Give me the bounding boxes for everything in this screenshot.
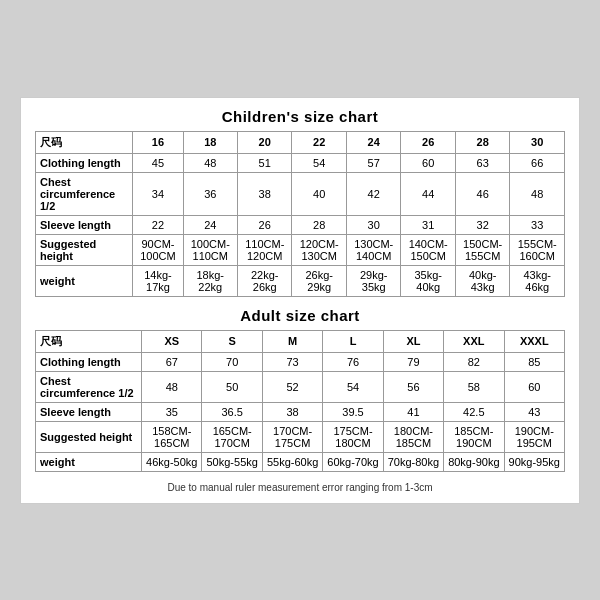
- adult-header-6: XXL: [444, 330, 504, 352]
- adult-cell-1-3: 54: [323, 371, 383, 402]
- children-cell-0-5: 60: [401, 153, 455, 172]
- adult-cell-0-6: 85: [504, 352, 564, 371]
- children-cell-2-2: 26: [238, 215, 292, 234]
- adult-title: Adult size chart: [35, 307, 565, 324]
- children-cell-4-7: 43kg-46kg: [510, 265, 565, 296]
- adult-cell-2-5: 42.5: [444, 402, 504, 421]
- adult-header-1: XS: [142, 330, 202, 352]
- children-row-0: Clothing length4548515457606366: [36, 153, 565, 172]
- children-cell-3-2: 110CM-120CM: [238, 234, 292, 265]
- children-header-8: 30: [510, 131, 565, 153]
- children-cell-3-5: 140CM-150CM: [401, 234, 455, 265]
- size-chart-card: Children's size chart 尺码1618202224262830…: [20, 97, 580, 504]
- adult-row-0: Clothing length67707376798285: [36, 352, 565, 371]
- children-row-1: Chest circumference 1/23436384042444648: [36, 172, 565, 215]
- adult-cell-2-1: 36.5: [202, 402, 262, 421]
- children-cell-0-4: 57: [346, 153, 400, 172]
- adult-cell-3-3: 175CM-180CM: [323, 421, 383, 452]
- children-cell-3-7: 155CM-160CM: [510, 234, 565, 265]
- children-cell-0-3: 54: [292, 153, 346, 172]
- adult-cell-4-1: 50kg-55kg: [202, 452, 262, 471]
- adult-cell-1-2: 52: [262, 371, 322, 402]
- adult-row-2: Sleeve length3536.53839.54142.543: [36, 402, 565, 421]
- children-row-label-2: Sleeve length: [36, 215, 133, 234]
- adult-header-0: 尺码: [36, 330, 142, 352]
- children-cell-2-1: 24: [183, 215, 237, 234]
- note: Due to manual ruler measurement error ra…: [35, 482, 565, 493]
- children-cell-0-6: 63: [455, 153, 509, 172]
- children-cell-1-7: 48: [510, 172, 565, 215]
- children-table: 尺码1618202224262830 Clothing length454851…: [35, 131, 565, 297]
- children-row-3: Suggested height90CM-100CM100CM-110CM110…: [36, 234, 565, 265]
- children-cell-4-1: 18kg-22kg: [183, 265, 237, 296]
- adult-header-3: M: [262, 330, 322, 352]
- children-cell-2-4: 30: [346, 215, 400, 234]
- children-header-2: 18: [183, 131, 237, 153]
- adult-cell-1-6: 60: [504, 371, 564, 402]
- children-cell-3-1: 100CM-110CM: [183, 234, 237, 265]
- children-cell-2-6: 32: [455, 215, 509, 234]
- adult-row-label-1: Chest circumference 1/2: [36, 371, 142, 402]
- adult-row-1: Chest circumference 1/248505254565860: [36, 371, 565, 402]
- children-cell-4-0: 14kg-17kg: [133, 265, 183, 296]
- adult-cell-2-2: 38: [262, 402, 322, 421]
- adult-cell-2-0: 35: [142, 402, 202, 421]
- children-cell-2-5: 31: [401, 215, 455, 234]
- children-cell-0-7: 66: [510, 153, 565, 172]
- children-cell-4-2: 22kg-26kg: [238, 265, 292, 296]
- adult-cell-4-4: 70kg-80kg: [383, 452, 443, 471]
- children-cell-1-6: 46: [455, 172, 509, 215]
- adult-cell-0-4: 79: [383, 352, 443, 371]
- adult-cell-1-4: 56: [383, 371, 443, 402]
- children-cell-1-0: 34: [133, 172, 183, 215]
- adult-cell-0-2: 73: [262, 352, 322, 371]
- adult-row-label-0: Clothing length: [36, 352, 142, 371]
- adult-header-7: XXXL: [504, 330, 564, 352]
- adult-cell-4-2: 55kg-60kg: [262, 452, 322, 471]
- adult-row-label-3: Suggested height: [36, 421, 142, 452]
- adult-cell-1-5: 58: [444, 371, 504, 402]
- adult-cell-3-5: 185CM-190CM: [444, 421, 504, 452]
- children-header-6: 26: [401, 131, 455, 153]
- children-cell-1-1: 36: [183, 172, 237, 215]
- adult-cell-3-1: 165CM-170CM: [202, 421, 262, 452]
- children-row-label-0: Clothing length: [36, 153, 133, 172]
- children-header-5: 24: [346, 131, 400, 153]
- children-cell-3-4: 130CM-140CM: [346, 234, 400, 265]
- children-cell-3-6: 150CM-155CM: [455, 234, 509, 265]
- adult-cell-4-6: 90kg-95kg: [504, 452, 564, 471]
- children-cell-4-6: 40kg-43kg: [455, 265, 509, 296]
- children-title: Children's size chart: [35, 108, 565, 125]
- children-row-4: weight14kg-17kg18kg-22kg22kg-26kg26kg-29…: [36, 265, 565, 296]
- children-cell-1-5: 44: [401, 172, 455, 215]
- adult-header-4: L: [323, 330, 383, 352]
- adult-header-5: XL: [383, 330, 443, 352]
- adult-cell-3-0: 158CM-165CM: [142, 421, 202, 452]
- adult-cell-3-4: 180CM-185CM: [383, 421, 443, 452]
- adult-cell-3-2: 170CM-175CM: [262, 421, 322, 452]
- children-row-label-1: Chest circumference 1/2: [36, 172, 133, 215]
- children-cell-2-0: 22: [133, 215, 183, 234]
- children-cell-1-2: 38: [238, 172, 292, 215]
- adult-cell-2-6: 43: [504, 402, 564, 421]
- children-header-1: 16: [133, 131, 183, 153]
- children-row-2: Sleeve length2224262830313233: [36, 215, 565, 234]
- children-cell-1-3: 40: [292, 172, 346, 215]
- children-cell-3-3: 120CM-130CM: [292, 234, 346, 265]
- adult-cell-4-3: 60kg-70kg: [323, 452, 383, 471]
- children-header-3: 20: [238, 131, 292, 153]
- children-header-0: 尺码: [36, 131, 133, 153]
- children-cell-0-2: 51: [238, 153, 292, 172]
- adult-table: 尺码XSSMLXLXXLXXXL Clothing length67707376…: [35, 330, 565, 472]
- adult-cell-2-3: 39.5: [323, 402, 383, 421]
- children-cell-4-3: 26kg-29kg: [292, 265, 346, 296]
- children-cell-2-7: 33: [510, 215, 565, 234]
- adult-cell-3-6: 190CM-195CM: [504, 421, 564, 452]
- children-cell-4-5: 35kg-40kg: [401, 265, 455, 296]
- adult-header-2: S: [202, 330, 262, 352]
- children-cell-3-0: 90CM-100CM: [133, 234, 183, 265]
- children-cell-0-1: 48: [183, 153, 237, 172]
- children-row-label-3: Suggested height: [36, 234, 133, 265]
- children-cell-4-4: 29kg-35kg: [346, 265, 400, 296]
- adult-row-4: weight46kg-50kg50kg-55kg55kg-60kg60kg-70…: [36, 452, 565, 471]
